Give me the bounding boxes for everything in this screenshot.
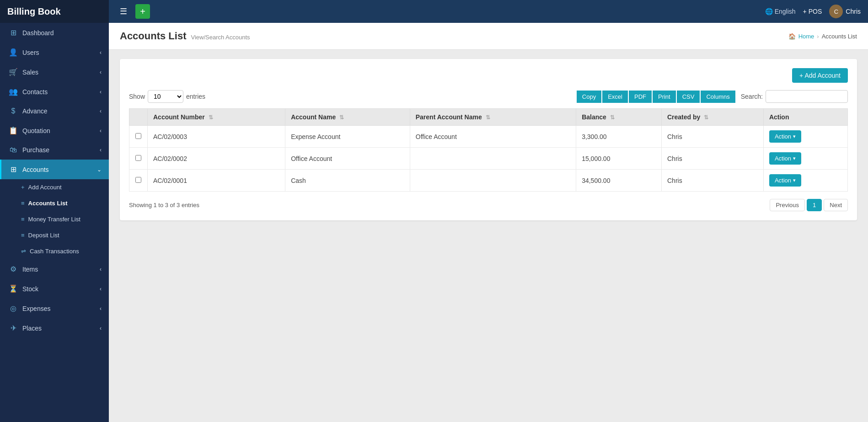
stock-arrow-icon: ‹ [100, 286, 102, 292]
col-account-name[interactable]: Account Name ⇅ [285, 109, 410, 126]
pos-icon: + [803, 8, 807, 15]
sidebar-item-contacts[interactable]: 👥 Contacts ‹ [0, 82, 109, 101]
globe-icon: 🌐 [765, 8, 773, 15]
pos-button[interactable]: + POS [803, 8, 822, 15]
row-checkbox-0[interactable] [135, 133, 141, 139]
users-arrow-icon: ‹ [100, 49, 102, 56]
print-button[interactable]: Print [653, 91, 676, 103]
advance-arrow-icon: ‹ [100, 108, 102, 114]
table-row: AC/02/0002 Office Account 15,000.00 Chri… [129, 148, 848, 170]
content-body: + Add Account Show 10 25 50 100 entries [109, 50, 868, 230]
show-label: Show [129, 93, 145, 100]
col-balance[interactable]: Balance ⇅ [576, 109, 662, 126]
sales-icon: 🛒 [9, 68, 18, 76]
action-button-0[interactable]: Action ▾ [769, 130, 801, 143]
row-checkbox-1[interactable] [135, 155, 141, 161]
content-area: Accounts List View/Search Accounts 🏠 Hom… [109, 23, 868, 422]
sidebar-item-dashboard[interactable]: ⊞ Dashboard [0, 23, 109, 43]
page-header: Accounts List View/Search Accounts 🏠 Hom… [109, 23, 868, 50]
showing-text: Showing 1 to 3 of 3 entries [129, 202, 199, 208]
pagination: Previous 1 Next [770, 199, 848, 211]
controls-row: Show 10 25 50 100 entries Copy Excel [129, 90, 848, 103]
page-subtitle: View/Search Accounts [191, 34, 250, 41]
next-page-button[interactable]: Next [824, 199, 848, 211]
row-created-by: Chris [661, 170, 763, 192]
language-label: English [775, 8, 796, 15]
col-checkbox [129, 109, 148, 126]
page-1-button[interactable]: 1 [807, 199, 822, 211]
row-parent-account-name [410, 148, 576, 170]
col-created-by[interactable]: Created by ⇅ [661, 109, 763, 126]
quotation-icon: 📋 [9, 126, 18, 135]
row-created-by: Chris [661, 148, 763, 170]
action-caret-icon: ▾ [793, 155, 796, 161]
action-button-1[interactable]: Action ▾ [769, 152, 801, 165]
row-balance: 34,500.00 [576, 170, 662, 192]
language-selector[interactable]: 🌐 English [765, 8, 796, 15]
home-icon: 🏠 [788, 33, 796, 40]
accounts-card: + Add Account Show 10 25 50 100 entries [120, 59, 857, 220]
sidebar-item-expenses[interactable]: ◎ Expenses ‹ [0, 299, 109, 318]
purchase-arrow-icon: ‹ [100, 147, 102, 153]
sidebar-sub-accounts-list[interactable]: ≡ Accounts List [0, 195, 109, 211]
topbar-add-button[interactable]: + [135, 4, 150, 19]
row-action-cell: Action ▾ [763, 126, 847, 148]
accounts-list-sub-icon: ≡ [21, 200, 25, 207]
sidebar-item-accounts[interactable]: ⊞ Accounts ⌄ [0, 160, 109, 179]
add-account-button[interactable]: + Add Account [792, 68, 848, 83]
row-balance: 15,000.00 [576, 148, 662, 170]
sidebar-label-stock: Stock [22, 285, 38, 293]
sidebar-item-items[interactable]: ⚙ Items ‹ [0, 259, 109, 279]
dashboard-icon: ⊞ [9, 28, 18, 37]
menu-toggle-button[interactable]: ☰ [116, 5, 131, 18]
sales-arrow-icon: ‹ [100, 69, 102, 75]
action-caret-icon: ▾ [793, 134, 796, 139]
col-account-number[interactable]: Account Number ⇅ [148, 109, 285, 126]
col-balance-label: Balance [582, 113, 606, 121]
add-account-sub-icon: + [21, 184, 25, 191]
sidebar-item-sales[interactable]: 🛒 Sales ‹ [0, 62, 109, 82]
sidebar-sub-label-accounts-list: Accounts List [28, 200, 68, 207]
sidebar-sub-label-deposit-list: Deposit List [28, 232, 59, 239]
search-label: Search: [741, 93, 763, 100]
col-parent-account-name[interactable]: Parent Account Name ⇅ [410, 109, 576, 126]
sidebar-sub-deposit-list[interactable]: ≡ Deposit List [0, 227, 109, 243]
users-icon: 👤 [9, 48, 18, 57]
user-menu[interactable]: C Chris [829, 5, 861, 18]
col-parent-account-name-label: Parent Account Name [416, 113, 482, 121]
sidebar-item-quotation[interactable]: 📋 Quotation ‹ [0, 121, 109, 140]
row-checkbox-2[interactable] [135, 177, 141, 183]
sidebar-sub-add-account[interactable]: + Add Account [0, 179, 109, 195]
add-account-label: + Add Account [799, 72, 841, 79]
csv-button[interactable]: CSV [677, 91, 700, 103]
breadcrumb-home[interactable]: Home [798, 33, 814, 40]
excel-button[interactable]: Excel [602, 91, 628, 103]
table-row: AC/02/0003 Expense Account Office Accoun… [129, 126, 848, 148]
prev-page-button[interactable]: Previous [770, 199, 805, 211]
sidebar-sub-cash-transactions[interactable]: ⇌ Cash Transactions [0, 243, 109, 259]
sidebar-item-stock[interactable]: ⏳ Stock ‹ [0, 279, 109, 299]
row-account-name: Cash [285, 170, 410, 192]
search-input[interactable] [766, 90, 848, 103]
places-arrow-icon: ‹ [100, 325, 102, 331]
sidebar-item-places[interactable]: ✈ Places ‹ [0, 318, 109, 338]
sort-balance-icon: ⇅ [610, 114, 615, 121]
accounts-arrow-icon: ⌄ [97, 166, 102, 173]
items-arrow-icon: ‹ [100, 266, 102, 272]
copy-button[interactable]: Copy [577, 91, 601, 103]
sidebar-sub-label-add-account: Add Account [28, 184, 62, 191]
table-header-row: Account Number ⇅ Account Name ⇅ Parent A… [129, 109, 848, 126]
user-name: Chris [846, 8, 861, 15]
action-button-2[interactable]: Action ▾ [769, 174, 801, 187]
entries-select[interactable]: 10 25 50 100 [148, 90, 183, 103]
columns-button[interactable]: Columns [701, 91, 735, 103]
row-action-cell: Action ▾ [763, 170, 847, 192]
sidebar-item-advance[interactable]: $ Advance ‹ [0, 101, 109, 121]
page-title: Accounts List [120, 30, 186, 42]
sidebar-item-purchase[interactable]: 🛍 Purchase ‹ [0, 140, 109, 160]
search-box: Search: [741, 90, 848, 103]
sidebar-sub-money-transfer[interactable]: ≡ Money Transfer List [0, 211, 109, 227]
pdf-button[interactable]: PDF [629, 91, 652, 103]
sidebar-label-accounts: Accounts [22, 166, 49, 173]
sidebar-item-users[interactable]: 👤 Users ‹ [0, 43, 109, 62]
